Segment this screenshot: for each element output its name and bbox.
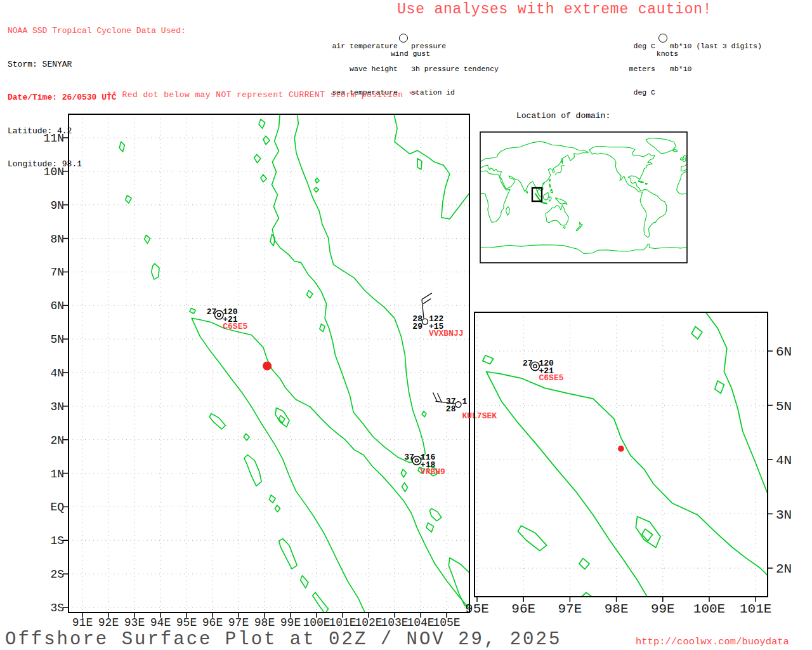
station-C6SE5: 27120+21C6SE5 (523, 359, 564, 383)
main-map-y-tick-label: 3N (50, 401, 64, 413)
station-VVXBNJJ: 2829122+15VVXBNJJ (412, 293, 463, 338)
main-map-x-tick-label: 95E (176, 616, 197, 629)
station-VRBH9: 37116+18VRBH9 (404, 453, 445, 477)
zoom-map-gridlines (475, 312, 768, 597)
main-map-x-tick-label: 104E (407, 616, 434, 629)
storm-position-dot-zoom (618, 446, 624, 452)
station-air-temp: 27 (207, 307, 217, 317)
main-map-y-tick-label: 6N (50, 300, 64, 312)
main-map-x-tick-label: 92E (98, 616, 119, 629)
zoom-map-x-tick-label: 98E (605, 602, 629, 616)
station-sea-temp: 28 (446, 404, 456, 414)
main-map-x-tick-label: 98E (254, 616, 275, 629)
station-id-label: VRBH9 (421, 467, 445, 477)
main-map-x-tick-label: 91E (72, 616, 93, 629)
zoom-map-y-tick-label: 4N (776, 453, 792, 468)
main-map-y-tick-label: 2S (50, 568, 64, 581)
main-map-y-tick-label: 3S (50, 602, 64, 614)
zoom-map-x-tick-label: 101E (740, 602, 771, 616)
main-map-y-tick-label: 9N (50, 199, 64, 212)
station-air-temp: 27 (523, 359, 533, 368)
zoom-map-y-tick-label: 5N (776, 399, 792, 414)
zoom-map-x-tick-label: 97E (558, 602, 582, 616)
main-map-y-tick-label: 5N (50, 333, 64, 346)
main-map-y-tick-label: 7N (50, 266, 64, 279)
zoom-map-x-tick-label: 100E (693, 602, 725, 616)
main-map-x-tick-label: 97E (228, 616, 249, 629)
station-sea-temp: 29 (412, 322, 422, 331)
plot-title: Offshore Surface Plot at 02Z / NOV 29, 2… (5, 629, 561, 650)
main-map: 91E92E93E94E95E96E97E98E99E100E101E102E1… (44, 111, 497, 629)
station-pressure: 1 (462, 397, 467, 406)
main-map-x-tick-label: 101E (329, 616, 356, 629)
zoom-map-border (475, 312, 768, 597)
station-circle-icon (422, 319, 428, 324)
station-KUL7SEK: 37281KUL7SEK (433, 392, 497, 421)
main-map-y-tick-label: 2N (50, 434, 64, 447)
main-map-x-tick-label: 100E (303, 616, 330, 629)
station-C6SE5: 27120+21C6SE5 (207, 307, 248, 331)
main-map-x-tick-label: 99E (280, 616, 301, 629)
main-map-y-tick-label: 1N (50, 468, 64, 481)
zoom-map-coastlines (357, 36, 812, 650)
station-id-label: VVXBNJJ (429, 329, 464, 338)
zoom-map-y-tick-label: 2N (776, 562, 792, 576)
zoom-map: 95E96E97E98E99E100E101E6N5N4N3N2N27120+2… (357, 36, 812, 650)
main-map-y-tick-label: 4N (50, 367, 64, 380)
zoom-map-y-tick-label: 6N (776, 345, 792, 359)
main-map-y-tick-label: 8N (50, 233, 64, 246)
main-map-x-tick-label: 93E (124, 616, 145, 629)
main-map-y-tick-label: 10N (44, 166, 64, 178)
main-map-x-tick-label: 102E (355, 616, 382, 629)
zoom-map-x-tick-label: 96E (511, 602, 535, 616)
station-air-temp: 37 (404, 453, 414, 462)
main-map-x-tick-label: 103E (381, 616, 408, 629)
plot-canvas: 91E92E93E94E95E96E97E98E99E100E101E102E1… (0, 0, 812, 650)
main-map-x-tick-label: 94E (150, 616, 171, 629)
main-map-coastlines (119, 111, 478, 618)
station-id-label: C6SE5 (223, 322, 247, 331)
main-map-x-tick-label: 105E (433, 616, 460, 629)
zoom-map-y-tick-label: 3N (776, 508, 792, 522)
world-inset-border (480, 132, 687, 263)
offshore-surface-plot-page: NOAA SSD Tropical Cyclone Data Used: Sto… (0, 0, 812, 650)
zoom-map-x-tick-label: 95E (465, 602, 489, 616)
world-inset-map (480, 132, 687, 263)
station-id-label: KUL7SEK (462, 411, 497, 421)
station-circle-icon (455, 402, 461, 408)
main-map-y-tick-label: EQ (50, 501, 64, 514)
storm-position-dot (263, 361, 272, 370)
zoom-map-x-tick-label: 99E (651, 602, 675, 616)
main-map-y-tick-label: 1S (50, 534, 64, 547)
station-id-label: C6SE5 (539, 373, 564, 383)
main-map-y-tick-label: 11N (44, 132, 64, 145)
source-url-link[interactable]: http://coolwx.com/buoydata (636, 636, 789, 647)
main-map-x-tick-label: 96E (202, 616, 223, 629)
